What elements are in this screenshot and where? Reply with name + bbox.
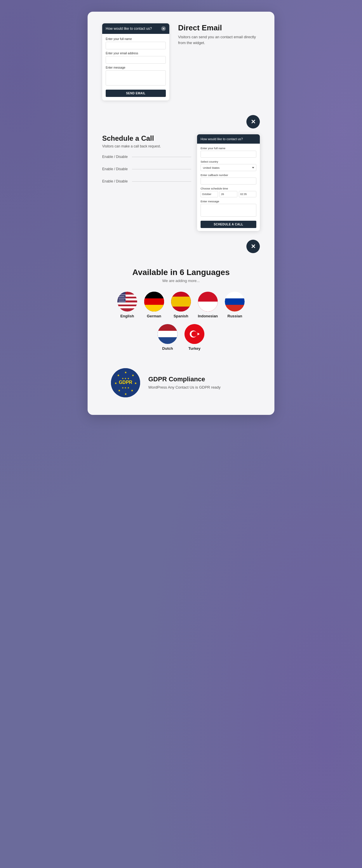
svg-rect-4 <box>117 306 137 308</box>
lang-item-english: ★★★★★★ ★★★★★ ★★★★★★ ★★★★★ ★★★★★★ English <box>117 292 137 318</box>
main-card: How would like to contact us? ✕ Enter yo… <box>88 12 274 415</box>
schedule-field-message-label: Enter message <box>201 200 256 203</box>
svg-rect-18 <box>144 299 164 305</box>
flag-indonesian <box>198 292 218 312</box>
flag-german <box>144 292 164 312</box>
time-row: October 26 02:35 <box>201 191 256 197</box>
lang-name-indonesian: Indonesian <box>198 314 218 318</box>
section-schedule: Schedule a Call Visitors can make a call… <box>102 134 260 231</box>
lang-name-english: English <box>120 314 134 318</box>
schedule-widget-body: Enter your full name Select country Unit… <box>197 144 260 231</box>
flag-english: ★★★★★★ ★★★★★ ★★★★★★ ★★★★★ ★★★★★★ <box>117 292 137 312</box>
section-direct-email: How would like to contact us? ✕ Enter yo… <box>102 23 260 100</box>
gdpr-badge: ★ ★ ★ ★ ★ ★ ★ ★ GDPR ★ ★ ★ ★ ★ ★ <box>111 368 140 397</box>
schedule-field-message-textarea[interactable] <box>201 204 256 217</box>
svg-rect-28 <box>225 299 245 305</box>
schedule-info: Schedule a Call Visitors can make a call… <box>102 134 191 191</box>
lang-item-turkey: Turkey <box>184 324 204 351</box>
field-name-input[interactable] <box>106 42 166 49</box>
schedule-country-select[interactable]: United States <box>201 164 256 171</box>
svg-point-37 <box>191 331 197 337</box>
schedule-widget: How would like to contact us? Enter your… <box>197 134 260 231</box>
schedule-field-callback-label: Enter callback number <box>201 174 256 177</box>
lang-name-russian: Russian <box>228 314 242 318</box>
svg-rect-32 <box>158 324 178 331</box>
close-icon-2: ✕ <box>251 243 256 250</box>
svg-rect-19 <box>144 305 164 312</box>
flag-turkey <box>184 324 204 344</box>
gdpr-info: GDPR Compliance WordPress Any Contact Us… <box>148 375 221 390</box>
svg-text:★: ★ <box>131 389 133 392</box>
svg-rect-22 <box>171 297 191 307</box>
svg-rect-3 <box>117 303 137 305</box>
field-email-input[interactable] <box>106 56 166 64</box>
direct-email-title: Direct Email <box>178 23 260 32</box>
toggle-label-2: Enable / Disable <box>102 167 128 171</box>
field-name-label: Enter your full name <box>106 37 166 40</box>
lang-item-indonesian: Indonesian <box>198 292 218 318</box>
direct-email-widget: How would like to contact us? ✕ Enter yo… <box>102 23 169 100</box>
svg-text:★: ★ <box>117 374 120 377</box>
gdpr-title: GDPR Compliance <box>148 375 221 383</box>
schedule-field-country-label: Select country <box>201 160 256 163</box>
widget-body: Enter your full name Enter your email ad… <box>102 34 169 100</box>
svg-text:GDPR: GDPR <box>119 380 132 385</box>
schedule-field-time-label: Choose schedule time <box>201 187 256 190</box>
flag-spanish <box>171 292 191 312</box>
schedule-field-name-input[interactable] <box>201 151 256 158</box>
toggle-line-3 <box>132 181 191 182</box>
lang-name-spanish: Spanish <box>173 314 188 318</box>
close-circle-2[interactable]: ✕ <box>246 240 260 253</box>
close-icon-1: ✕ <box>251 118 256 125</box>
widget-header: How would like to contact us? ✕ <box>102 23 169 34</box>
field-message-textarea[interactable] <box>106 70 166 86</box>
widget-header-text: How would like to contact us? <box>106 27 152 31</box>
toggle-line-1 <box>132 157 191 157</box>
toggle-row-1: Enable / Disable <box>102 155 191 159</box>
toggle-row-2: Enable / Disable <box>102 167 191 171</box>
month-select[interactable]: October <box>201 191 218 197</box>
send-email-button[interactable]: SEND EMAIL <box>106 90 166 97</box>
lang-item-spanish: Spanish <box>171 292 191 318</box>
field-email-label: Enter your email address <box>106 52 166 55</box>
svg-rect-17 <box>144 292 164 299</box>
svg-rect-29 <box>225 305 245 312</box>
svg-text:★: ★ <box>115 381 117 385</box>
schedule-widget-header: How would like to contact us? <box>197 134 260 144</box>
lang-item-german: German <box>144 292 164 318</box>
widget-close-icon[interactable]: ✕ <box>161 26 166 31</box>
lang-name-german: German <box>147 314 161 318</box>
svg-text:★: ★ <box>118 389 121 392</box>
languages-row-1: ★★★★★★ ★★★★★ ★★★★★★ ★★★★★ ★★★★★★ English <box>102 292 260 318</box>
svg-rect-33 <box>158 337 178 344</box>
lang-name-turkey: Turkey <box>188 346 201 351</box>
gdpr-stars-svg: ★ ★ ★ ★ ★ ★ ★ ★ GDPR ★ ★ ★ ★ ★ ★ <box>111 368 140 397</box>
close-circle-1[interactable]: ✕ <box>246 115 260 128</box>
schedule-field-callback-input[interactable] <box>201 178 256 185</box>
flag-russian <box>225 292 245 312</box>
svg-text:★: ★ <box>124 371 127 374</box>
toggle-label-3: Enable / Disable <box>102 179 128 183</box>
flag-dutch <box>158 324 178 344</box>
toggle-row-3: Enable / Disable <box>102 179 191 183</box>
field-message-label: Enter message <box>106 66 166 69</box>
svg-text:★ ★ ★: ★ ★ ★ <box>122 377 129 380</box>
languages-title: Available in 6 Languages <box>102 268 260 277</box>
schedule-field-name-label: Enter your full name <box>201 147 256 150</box>
lang-item-dutch: Dutch <box>158 324 178 351</box>
svg-text:★: ★ <box>134 381 137 385</box>
section-gdpr: ★ ★ ★ ★ ★ ★ ★ ★ GDPR ★ ★ ★ ★ ★ ★ GDPR Co… <box>102 368 260 397</box>
direct-email-desc: Visitors can send you an contact email d… <box>178 34 260 45</box>
day-select[interactable]: 26 <box>219 191 237 197</box>
languages-row-2: Dutch Turkey <box>102 324 260 351</box>
time-select[interactable]: 02:35 <box>239 191 256 197</box>
svg-text:★: ★ <box>124 393 127 396</box>
lang-name-dutch: Dutch <box>162 346 173 351</box>
toggle-line-2 <box>132 169 191 169</box>
schedule-call-button[interactable]: SCHEDULE A CALL <box>201 221 256 228</box>
svg-rect-25 <box>198 292 218 302</box>
toggle-label-1: Enable / Disable <box>102 155 128 159</box>
schedule-desc: Visitors can make a call back request. <box>102 144 191 149</box>
section-languages: Available in 6 Languages We are adding m… <box>102 268 260 351</box>
schedule-widget-header-text: How would like to contact us? <box>201 137 243 141</box>
